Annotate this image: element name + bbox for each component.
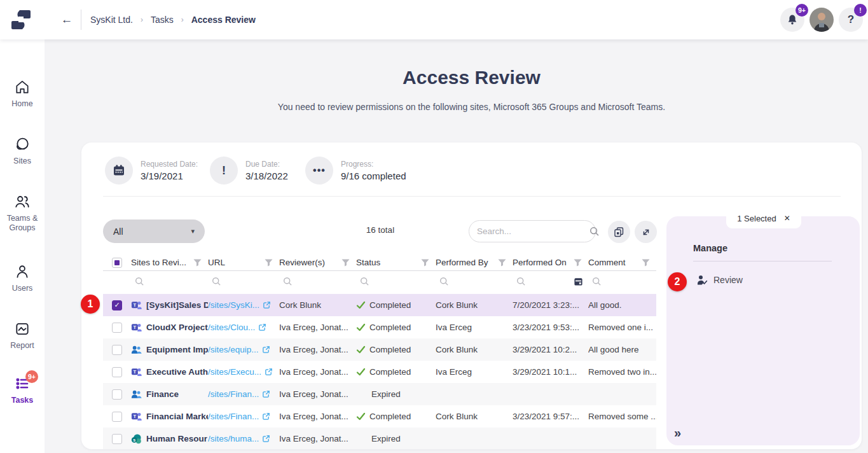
site-url-link[interactable]: /sites/huma...	[208, 434, 259, 443]
sidebar-item-tasks[interactable]: 9+ Tasks	[0, 375, 45, 405]
column-header-comment[interactable]: Comment	[588, 258, 626, 267]
status-cell: Completed	[369, 345, 411, 354]
svg-text:T: T	[134, 324, 137, 330]
m365-group-icon	[131, 344, 142, 355]
sidebar-item-home[interactable]: Home	[0, 79, 45, 109]
expand-button[interactable]	[635, 221, 657, 243]
external-link-icon[interactable]	[265, 368, 273, 376]
check-icon	[356, 345, 366, 354]
comment-cell: All good here	[588, 345, 656, 354]
m365-group-icon	[131, 389, 142, 400]
external-link-icon[interactable]	[262, 390, 270, 398]
site-url-link[interactable]: /sites/Execu...	[208, 367, 261, 377]
sharepoint-icon: s	[131, 433, 142, 444]
user-avatar[interactable]	[809, 8, 834, 32]
performed-on-cell: 3/29/2021 10:2...	[513, 345, 588, 354]
performed-by-cell: Cork Blunk	[436, 412, 513, 421]
filter-performed-by[interactable]	[436, 277, 513, 286]
syskit-logo-icon[interactable]	[9, 8, 33, 32]
row-checkbox[interactable]	[112, 345, 122, 355]
svg-text:s: s	[133, 438, 135, 443]
column-header-sites[interactable]: Sites to Revi...	[131, 258, 186, 267]
column-header-reviewers[interactable]: Reviewer(s)	[279, 258, 325, 267]
check-icon	[356, 323, 366, 331]
sidebar-item-teams-groups[interactable]: Teams & Groups	[0, 193, 45, 233]
back-arrow-icon[interactable]: ←	[59, 11, 75, 28]
site-url-link[interactable]: /sites/SysKi...	[208, 300, 259, 310]
breadcrumb-org[interactable]: SysKit Ltd.	[90, 15, 133, 25]
filter-reviewers[interactable]	[279, 277, 356, 286]
row-checkbox[interactable]	[112, 367, 122, 377]
manage-columns-button[interactable]	[608, 221, 630, 243]
row-checkbox[interactable]: ✓	[112, 300, 122, 310]
sidebar-item-sites[interactable]: Sites	[0, 136, 45, 166]
row-checkbox[interactable]	[112, 412, 122, 422]
site-name: [SysKit]Sales De	[146, 300, 208, 310]
filter-funnel-icon[interactable]	[193, 259, 202, 267]
filter-sites[interactable]	[131, 277, 208, 286]
expand-diagonal-icon	[641, 227, 651, 237]
column-header-performed-by[interactable]: Performed By	[436, 258, 488, 267]
external-link-icon[interactable]	[262, 345, 270, 354]
sidebar-item-label: Tasks	[2, 396, 43, 405]
filter-comment[interactable]	[588, 277, 656, 286]
select-all-checkbox[interactable]	[112, 258, 122, 268]
date-filter-calendar-icon[interactable]	[574, 277, 583, 286]
filter-url[interactable]	[208, 277, 279, 286]
close-icon[interactable]: ✕	[784, 214, 790, 223]
table-row[interactable]: T Executive Auth /sites/Execu... Iva Erc…	[103, 361, 656, 383]
notifications-button[interactable]: 9+	[780, 8, 804, 32]
performed-on-cell: 7/20/2021 3:23:...	[513, 300, 588, 310]
card-divider	[103, 196, 841, 197]
filter-funnel-icon[interactable]	[574, 259, 582, 267]
filter-funnel-icon[interactable]	[498, 259, 506, 267]
column-header-performed-on[interactable]: Performed On	[513, 258, 567, 267]
table-row[interactable]: s Human Resour /sites/huma... Iva Erceg,…	[103, 428, 656, 449]
check-icon	[356, 368, 366, 376]
table-row[interactable]: ✓ T [SysKit]Sales De /sites/SysKi... Cor…	[103, 294, 656, 316]
teams-icon: T	[131, 322, 142, 333]
external-link-icon[interactable]	[263, 301, 271, 309]
report-icon	[14, 321, 31, 337]
row-checkbox[interactable]	[112, 389, 122, 400]
table-row[interactable]: T Financial Marke /sites/Finan... Iva Er…	[103, 405, 656, 428]
breadcrumb-tasks[interactable]: Tasks	[151, 15, 174, 25]
review-action-button[interactable]: Review	[697, 275, 743, 285]
reviewers-cell: Cork Blunk	[279, 300, 356, 310]
site-url-link[interactable]: /sites/Finan...	[208, 412, 259, 421]
top-bar: ← SysKit Ltd. › Tasks › Access Review 9+…	[0, 0, 868, 39]
row-checkbox[interactable]	[112, 323, 122, 333]
search-box[interactable]	[469, 220, 596, 242]
column-header-status[interactable]: Status	[356, 258, 380, 267]
column-header-url[interactable]: URL	[208, 258, 225, 267]
external-link-icon[interactable]	[258, 323, 266, 331]
collapse-panel-chevron-icon[interactable]: »	[674, 426, 681, 440]
table-row[interactable]: Equipment Imp /sites/equip... Iva Erceg,…	[103, 338, 656, 361]
table-row[interactable]: Finance /sites/Finan... Iva Erceg, Jonat…	[103, 383, 656, 405]
table-row[interactable]: T CloudX Project /sites/Clou... Iva Erce…	[103, 316, 656, 338]
filter-funnel-icon[interactable]	[642, 259, 650, 267]
site-url-link[interactable]: /sites/Finan...	[208, 389, 259, 399]
filter-funnel-icon[interactable]	[265, 259, 273, 267]
help-button[interactable]: ? !	[839, 8, 863, 32]
filter-funnel-icon[interactable]	[341, 259, 350, 267]
exclamation-icon: !	[210, 157, 238, 185]
manage-section-title: Manage	[693, 243, 727, 253]
filter-funnel-icon[interactable]	[421, 259, 429, 267]
site-url-link[interactable]: /sites/equip...	[208, 345, 259, 354]
status-cell: Expired	[371, 389, 401, 399]
external-link-icon[interactable]	[262, 412, 270, 421]
search-input[interactable]	[477, 226, 589, 236]
sidebar-item-users[interactable]: Users	[0, 263, 45, 293]
status-filter-dropdown[interactable]: All ▾	[103, 220, 205, 243]
sidebar-item-report[interactable]: Report	[0, 321, 45, 351]
access-review-table: Sites to Revi... URL Reviewer(s) Status …	[103, 254, 656, 449]
chevron-right-icon: ›	[141, 15, 143, 24]
site-url-link[interactable]: /sites/Clou...	[208, 323, 255, 332]
filter-status[interactable]	[356, 277, 436, 286]
table-filter-row	[103, 271, 656, 292]
external-link-icon[interactable]	[262, 435, 270, 443]
row-checkbox[interactable]	[112, 434, 122, 444]
filter-performed-on[interactable]	[513, 277, 588, 286]
chevron-down-icon: ▾	[191, 227, 195, 235]
